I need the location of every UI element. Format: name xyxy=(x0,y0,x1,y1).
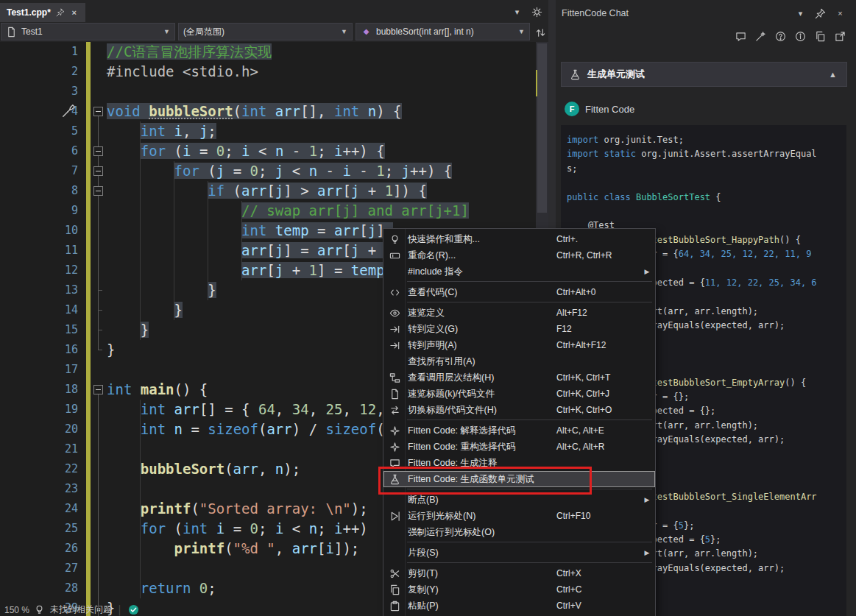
menu-item-label: 快速操作和重构... xyxy=(406,233,556,246)
fold-guide-end xyxy=(98,310,102,311)
code-line-1[interactable]: //C语言冒泡排序算法实现 xyxy=(107,42,535,62)
fold-guide-end xyxy=(98,330,102,330)
suggestion-lightbulb-icon xyxy=(34,604,45,615)
menu-item-run-to-cursor[interactable]: 运行到光标处(N)Ctrl+F10 xyxy=(383,508,655,524)
menu-item-shortcut: Ctrl+R, Ctrl+R xyxy=(556,250,642,261)
gear-icon[interactable] xyxy=(531,7,542,18)
code-line-8[interactable]: if (arr[j] > arr[j + 1]) { xyxy=(107,181,535,201)
menu-item-label: 粘贴(P) xyxy=(406,600,556,612)
info-icon[interactable] xyxy=(795,31,806,42)
submenu-arrow-icon: ▶ xyxy=(642,549,652,556)
line-number: 14 xyxy=(0,300,78,320)
line-number: 17 xyxy=(0,360,78,380)
scissors-icon xyxy=(389,568,400,579)
menu-item-quick-actions[interactable]: 快速操作和重构...Ctrl+. xyxy=(383,231,655,247)
menu-item-label: 速览定义 xyxy=(406,307,556,319)
menu-item-goto-declaration[interactable]: 转到声明(A)Ctrl+Alt+F12 xyxy=(383,337,655,353)
help-icon[interactable] xyxy=(775,31,786,42)
scrollbar-thumb[interactable] xyxy=(537,43,547,213)
menu-item-view-call-hierarchy[interactable]: 查看调用层次结构(H)Ctrl+K, Ctrl+T xyxy=(383,369,655,386)
menu-item-fitten-explain-code[interactable]: Fitten Code: 解释选择代码Alt+C, Alt+E xyxy=(383,422,655,439)
menu-item-view-code[interactable]: 查看代码(C)Ctrl+Alt+0 xyxy=(383,284,655,300)
line-number: 18 xyxy=(0,380,78,400)
menu-separator xyxy=(407,562,652,563)
fold-toggle[interactable] xyxy=(93,186,103,196)
quick-actions-screwdriver-icon[interactable] xyxy=(62,104,76,118)
menu-item-cut[interactable]: 剪切(T)Ctrl+X xyxy=(383,565,655,581)
chevron-down-icon[interactable]: ▾ xyxy=(795,8,806,19)
menu-item-include-directive[interactable]: #include 指令▶ xyxy=(383,263,655,280)
chat-icon[interactable] xyxy=(735,31,746,42)
menu-item-find-all-references[interactable]: 查找所有引用(A) xyxy=(383,353,655,369)
code-line-7[interactable]: for (j = 0; j < n - i - 1; j++) { xyxy=(107,161,535,181)
menu-item-label: 强制运行到光标处(O) xyxy=(406,526,556,539)
fold-toggle[interactable] xyxy=(93,107,103,116)
menu-item-copy[interactable]: 复制(Y)Ctrl+C xyxy=(383,581,655,598)
pin-icon[interactable] xyxy=(815,8,826,19)
menu-item-label: 复制(Y) xyxy=(406,584,556,596)
menu-item-shortcut: Alt+C, Alt+R xyxy=(556,442,642,452)
code-line-2[interactable]: #include <stdio.h> xyxy=(107,62,535,82)
run-cursor-icon xyxy=(389,511,400,522)
collapse-icon[interactable]: ▲ xyxy=(827,69,838,80)
section-title: 生成单元测试 xyxy=(587,68,821,81)
code-line-6[interactable]: for (i = 0; i < n - 1; i++) { xyxy=(107,141,535,161)
fold-toggle[interactable] xyxy=(93,166,103,176)
cpp-file-icon xyxy=(6,26,17,38)
open-external-icon[interactable] xyxy=(835,31,846,42)
menu-item-fitten-refactor-code[interactable]: Fitten Code: 重构选择代码Alt+C, Alt+R xyxy=(383,439,655,455)
menu-item-label: 查看代码(C) xyxy=(406,286,556,299)
menu-item-label: 断点(B) xyxy=(406,494,556,506)
editor-health-indicator[interactable]: 未找到相关问题 │ xyxy=(34,603,139,616)
split-view-icon[interactable] xyxy=(535,27,546,38)
line-number: 1 xyxy=(0,42,78,62)
flask-icon xyxy=(570,69,581,80)
line-number: 7 xyxy=(0,161,78,181)
menu-item-shortcut: Alt+F12 xyxy=(556,308,642,318)
section-generate-unit-test[interactable]: 生成单元测试 ▲ xyxy=(561,62,847,87)
scope-dropdown[interactable]: (全局范围) ▼ xyxy=(178,23,353,40)
navbar-extra xyxy=(533,23,546,42)
code-line-9[interactable]: // swap arr[j] and arr[j+1] xyxy=(107,201,535,221)
member-dropdown[interactable]: ◆ bubbleSort(int arr[], int n) ▼ xyxy=(356,23,530,40)
generated-code-row: import static org.junit.Assert.assertArr… xyxy=(567,147,841,161)
project-dropdown-label: Test1 xyxy=(21,26,159,37)
code-line-5[interactable]: int i, j; xyxy=(107,121,535,141)
tab-test1-cpp[interactable]: Test1.cpp* × xyxy=(0,3,85,22)
close-icon[interactable]: × xyxy=(70,8,79,17)
line-number: 6 xyxy=(0,141,78,161)
menu-item-toggle-header-code-file[interactable]: 切换标题/代码文件(H)Ctrl+K, Ctrl+O xyxy=(383,402,655,418)
swap-icon xyxy=(389,405,400,416)
menu-item-goto-definition[interactable]: 转到定义(G)F12 xyxy=(383,321,655,337)
menu-item-paste[interactable]: 粘贴(P)Ctrl+V xyxy=(383,598,655,614)
method-icon: ◆ xyxy=(361,26,372,38)
chevron-down-icon[interactable]: ▾ xyxy=(512,7,523,18)
line-number: 16 xyxy=(0,340,78,360)
line-number: 20 xyxy=(0,419,78,439)
fold-toggle[interactable] xyxy=(93,146,103,156)
copy-icon[interactable] xyxy=(815,31,826,42)
line-number: 5 xyxy=(0,121,78,141)
menu-separator xyxy=(407,281,652,282)
menu-item-shortcut: Ctrl+F10 xyxy=(556,511,642,521)
fold-toggle[interactable] xyxy=(93,385,103,394)
magic-wand-icon[interactable] xyxy=(755,31,766,42)
hierarchy-icon xyxy=(389,372,400,383)
menu-separator xyxy=(407,419,652,420)
code-line-4[interactable]: void bubbleSort(int arr[], int n) { xyxy=(107,102,535,121)
menu-item-label: 剪切(T) xyxy=(406,567,556,580)
code-line-3[interactable] xyxy=(107,82,535,102)
line-number: 25 xyxy=(0,519,78,539)
menu-item-snippet[interactable]: 片段(S)▶ xyxy=(383,545,655,561)
menu-item-peek-definition[interactable]: 速览定义Alt+F12 xyxy=(383,305,655,321)
chevron-down-icon: ▼ xyxy=(518,28,525,35)
menu-item-rename[interactable]: 重命名(R)...Ctrl+R, Ctrl+R xyxy=(383,247,655,263)
menu-item-force-run-to-cursor[interactable]: 强制运行到光标处(O) xyxy=(383,524,655,540)
project-dropdown[interactable]: Test1 ▼ xyxy=(1,23,175,40)
health-text: 未找到相关问题 xyxy=(50,603,112,616)
panel-toolbar xyxy=(735,31,846,42)
zoom-control[interactable]: 150 % xyxy=(4,605,29,615)
pin-icon[interactable] xyxy=(56,8,65,17)
close-icon[interactable]: × xyxy=(835,8,846,19)
menu-item-peek-header-code-file[interactable]: 速览标题(k)/代码文件Ctrl+K, Ctrl+J xyxy=(383,386,655,402)
